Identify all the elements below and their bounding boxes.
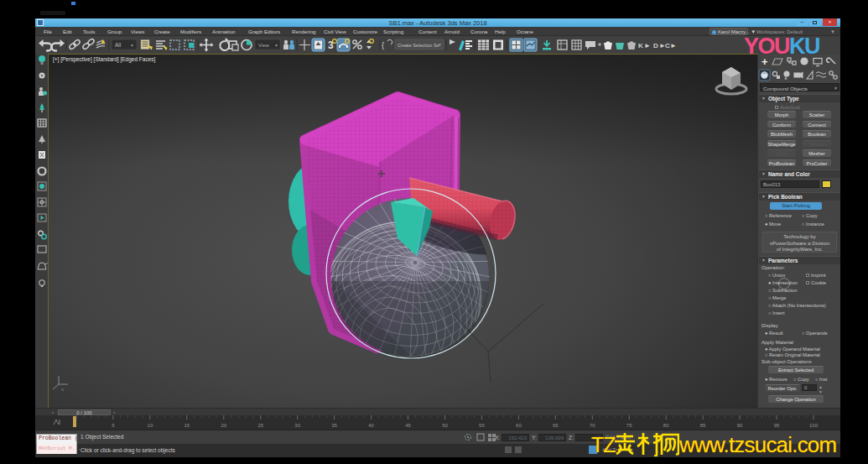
svg-text:40: 40 — [368, 423, 374, 428]
svg-text:D: D — [653, 42, 658, 50]
svg-text:20: 20 — [221, 423, 226, 428]
svg-text:90: 90 — [737, 423, 743, 428]
svg-text:Create Selection Se: Create Selection Se — [398, 43, 439, 48]
svg-text:45: 45 — [405, 423, 411, 428]
svg-text:►: ► — [670, 42, 677, 50]
svg-text:75: 75 — [626, 423, 632, 428]
svg-text:60: 60 — [516, 423, 522, 428]
svg-text:▼: ▼ — [130, 43, 134, 48]
svg-text:▼: ▼ — [438, 42, 442, 47]
svg-text:50: 50 — [442, 423, 448, 428]
svg-text:5: 5 — [112, 423, 115, 428]
svg-text:►: ► — [644, 42, 651, 50]
svg-text:85: 85 — [700, 423, 706, 428]
svg-text:30: 30 — [294, 423, 300, 428]
svg-text:View: View — [258, 43, 270, 48]
svg-text:{: { — [382, 41, 384, 50]
svg-text:55: 55 — [479, 423, 485, 428]
svg-text:All: All — [115, 42, 122, 48]
svg-text:K: K — [638, 42, 643, 50]
svg-text:15: 15 — [184, 423, 190, 428]
svg-text:70: 70 — [590, 423, 595, 428]
svg-text:10: 10 — [148, 423, 153, 428]
svg-text:x: x — [61, 387, 64, 392]
svg-text:35: 35 — [331, 423, 337, 428]
svg-text:80: 80 — [663, 423, 669, 428]
svg-text:100: 100 — [809, 423, 819, 428]
svg-text:25: 25 — [257, 423, 263, 428]
svg-text:65: 65 — [553, 423, 559, 428]
svg-text:▼: ▼ — [274, 43, 278, 48]
svg-text:95: 95 — [774, 423, 780, 428]
